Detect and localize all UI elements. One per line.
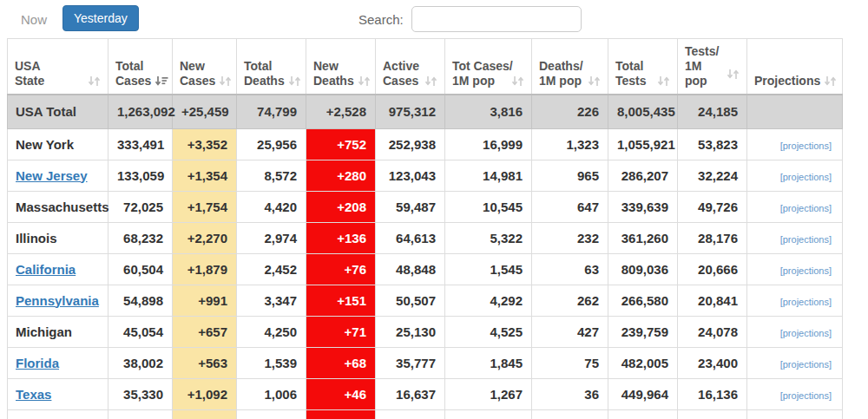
state-name: Michigan [16,324,72,339]
projections-link[interactable]: [projections] [780,359,832,370]
projections-link[interactable]: [projections] [780,234,832,245]
cell-active-cases: 59,487 [376,191,445,222]
projections-cell: [projections] [747,160,843,191]
col-header-active-cases[interactable]: ActiveCases [376,39,445,95]
header-line1: Total [615,59,670,74]
col-header-total-cases[interactable]: TotalCases [108,39,173,95]
projections-cell: [projections] [747,222,843,253]
cell-deaths-per-1m: 36 [532,378,608,409]
cell-total-tests: 809,036 [608,253,678,285]
cell-new-deaths: +752 [306,128,376,160]
cell-total-deaths: 4,250 [237,316,306,347]
header-line1: Total [244,59,299,74]
col-header-usa-state[interactable]: USAState [8,39,108,95]
cell-tests-per-1m: 53,823 [678,128,747,160]
col-header-total-tests[interactable]: TotalTests [608,39,678,95]
projections-cell: [projections] [747,253,843,285]
projections-link[interactable]: [projections] [780,297,832,307]
cell-total-tests: 8,005,435 [608,95,678,128]
cell-total-cases: 38,002 [108,347,173,378]
projections-link[interactable]: [projections] [780,328,832,338]
state-cell: Texas [8,378,108,409]
col-header-tests-1m-pop[interactable]: Tests/1M pop [678,39,747,95]
state-link[interactable]: New Jersey [16,168,88,183]
projections-cell: [projections] [747,128,843,160]
cell-total-tests: 482,005 [608,347,678,378]
sort-icon [155,75,168,87]
now-button[interactable]: Now [19,9,49,30]
cell-new-deaths: +46 [306,378,376,409]
projections-link[interactable]: [projections] [780,203,832,213]
cell-deaths-per-1m: 965 [532,160,608,191]
cell-total-deaths: 1,006 [237,378,306,409]
state-link[interactable]: Florida [16,356,59,370]
cell-cases-per-1m: 1,545 [445,253,532,285]
col-header-deaths-1m-pop[interactable]: Deaths/1M pop [532,39,608,95]
cell-total-deaths: 25,956 [237,128,306,160]
cell-deaths-per-1m: 262 [532,285,608,316]
cell-tests-per-1m: 23,400 [678,347,747,378]
cell-tests-per-1m: 49,726 [678,191,747,222]
col-header-total-deaths[interactable]: TotalDeaths [237,39,306,95]
table-row-connecticut: Connecticut30,995+3742,718+8528,2128,654… [8,409,843,419]
header-line2: Projections [754,74,820,88]
sort-icon [588,75,601,87]
cell-cases-per-1m: 4,525 [445,316,532,347]
projections-link[interactable]: [projections] [780,172,832,182]
projections-link[interactable]: [projections] [780,390,832,401]
header-line1: USA [15,59,101,74]
yesterday-button[interactable]: Yesterday [62,5,139,31]
cell-total-cases: 133,059 [108,160,173,191]
header-line1: Active [383,59,437,74]
projections-link[interactable]: [projections] [780,265,832,276]
cell-total-tests: 239,759 [608,316,678,347]
search-input[interactable] [411,6,582,32]
state-link[interactable]: Pennsylvania [16,293,99,308]
cell-tests-per-1m: 31,117 [678,409,747,419]
cell-total-cases: 35,330 [108,378,173,409]
cell-tests-per-1m: 24,078 [678,316,747,347]
col-header-new-cases[interactable]: NewCases [173,39,237,95]
header-line1: Tests/ [685,44,740,59]
header-line1: Deaths/ [539,59,601,74]
cell-new-cases: +657 [173,316,237,347]
state-cell: Florida [8,347,108,378]
cell-new-deaths: +68 [306,347,376,378]
state-link[interactable]: Texas [16,387,51,402]
cell-cases-per-1m: 5,322 [445,222,532,253]
state-cell: New York [8,128,108,160]
state-link[interactable]: California [16,262,76,277]
col-header-projections[interactable]: Projections [747,39,843,95]
table-row-illinois: Illinois68,232+2,2702,974+13664,6135,322… [8,222,843,253]
cell-deaths-per-1m: 232 [532,222,608,253]
cell-cases-per-1m: 10,545 [445,191,532,222]
state-cell: USA Total [8,95,108,128]
sort-icon [424,75,437,87]
cell-active-cases: 252,938 [376,128,445,160]
cell-new-cases: +1,754 [173,191,237,222]
col-header-tot-cases-1m-pop[interactable]: Tot Cases/1M pop [445,39,532,95]
header-line2: Tests [615,74,647,88]
header-line2: Deaths [244,74,285,88]
cell-deaths-per-1m: 63 [532,253,608,285]
projections-cell: [projections] [747,409,843,419]
cell-deaths-per-1m: 752 [532,409,608,419]
cell-new-deaths: +2,528 [306,95,376,128]
cell-tests-per-1m: 20,666 [678,253,747,285]
cell-cases-per-1m: 16,999 [445,128,532,160]
state-name: USA Total [16,104,76,119]
cell-new-cases: +563 [173,347,237,378]
col-header-new-deaths[interactable]: NewDeaths [306,39,376,95]
header-line2: Cases [383,74,418,88]
sort-icon [219,75,232,87]
projections-link[interactable]: [projections] [780,141,832,151]
cell-tests-per-1m: 24,185 [678,95,747,128]
cell-total-tests: 339,639 [608,191,678,222]
cell-tests-per-1m: 20,841 [678,285,747,316]
cell-total-cases: 68,232 [108,222,173,253]
table-row-california: California60,504+1,8792,452+7648,8481,54… [8,253,843,285]
cell-active-cases: 48,848 [376,253,445,285]
cell-tests-per-1m: 16,136 [678,378,747,409]
header-line2: 1M pop [685,59,723,88]
sort-icon [824,75,837,87]
